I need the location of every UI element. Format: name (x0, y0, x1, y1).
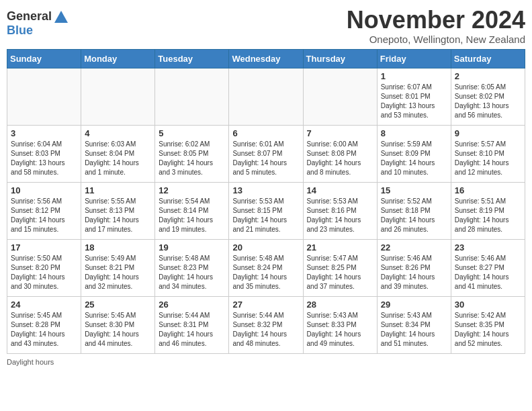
day-info: Sunrise: 6:02 AM Sunset: 8:05 PM Dayligh… (159, 140, 225, 177)
calendar-cell: 30Sunrise: 5:42 AM Sunset: 8:35 PM Dayli… (451, 296, 525, 353)
day-info: Sunrise: 5:47 AM Sunset: 8:25 PM Dayligh… (307, 254, 373, 291)
day-number: 1 (381, 71, 447, 81)
day-info: Sunrise: 5:42 AM Sunset: 8:35 PM Dayligh… (455, 311, 521, 349)
calendar-cell (155, 68, 229, 125)
weekday-header-sunday: Sunday (7, 49, 81, 68)
calendar-cell: 26Sunrise: 5:44 AM Sunset: 8:31 PM Dayli… (155, 296, 229, 353)
calendar-cell: 8Sunrise: 5:59 AM Sunset: 8:09 PM Daylig… (377, 125, 451, 182)
day-number: 5 (159, 128, 225, 138)
day-info: Sunrise: 5:48 AM Sunset: 8:24 PM Dayligh… (232, 254, 299, 291)
calendar-cell (81, 68, 155, 125)
day-info: Sunrise: 5:53 AM Sunset: 8:15 PM Dayligh… (232, 197, 299, 234)
day-number: 15 (381, 185, 447, 195)
day-info: Sunrise: 5:45 AM Sunset: 8:30 PM Dayligh… (85, 311, 151, 349)
calendar-cell (303, 68, 377, 125)
weekday-header-saturday: Saturday (451, 49, 525, 68)
calendar-cell: 4Sunrise: 6:03 AM Sunset: 8:04 PM Daylig… (81, 125, 155, 182)
calendar-cell: 23Sunrise: 5:46 AM Sunset: 8:27 PM Dayli… (451, 239, 525, 296)
day-info: Sunrise: 6:00 AM Sunset: 8:08 PM Dayligh… (307, 140, 373, 177)
day-info: Sunrise: 6:05 AM Sunset: 8:02 PM Dayligh… (455, 83, 521, 120)
header: General Blue November 2024 Onepoto, Well… (7, 7, 525, 45)
calendar-cell: 15Sunrise: 5:52 AM Sunset: 8:18 PM Dayli… (377, 182, 451, 239)
calendar-cell: 1Sunrise: 6:07 AM Sunset: 8:01 PM Daylig… (377, 68, 451, 125)
weekday-header-tuesday: Tuesday (155, 49, 229, 68)
day-info: Sunrise: 5:44 AM Sunset: 8:31 PM Dayligh… (159, 311, 225, 349)
calendar-week-5: 24Sunrise: 5:45 AM Sunset: 8:28 PM Dayli… (7, 296, 525, 353)
day-info: Sunrise: 5:59 AM Sunset: 8:09 PM Dayligh… (381, 140, 447, 177)
day-info: Sunrise: 5:54 AM Sunset: 8:14 PM Dayligh… (159, 197, 225, 234)
day-info: Sunrise: 5:48 AM Sunset: 8:23 PM Dayligh… (159, 254, 225, 291)
calendar-cell: 19Sunrise: 5:48 AM Sunset: 8:23 PM Dayli… (155, 239, 229, 296)
calendar-cell: 7Sunrise: 6:00 AM Sunset: 8:08 PM Daylig… (303, 125, 377, 182)
day-info: Sunrise: 5:46 AM Sunset: 8:26 PM Dayligh… (381, 254, 447, 291)
day-number: 7 (307, 128, 373, 138)
title-area: November 2024 Onepoto, Wellington, New Z… (347, 7, 525, 45)
day-info: Sunrise: 6:01 AM Sunset: 8:07 PM Dayligh… (232, 140, 299, 177)
daylight-hours-label: Daylight hours (7, 358, 54, 366)
calendar-week-2: 3Sunrise: 6:04 AM Sunset: 8:03 PM Daylig… (7, 125, 525, 182)
logo: General (7, 9, 68, 24)
calendar-cell: 6Sunrise: 6:01 AM Sunset: 8:07 PM Daylig… (229, 125, 303, 182)
calendar-cell: 12Sunrise: 5:54 AM Sunset: 8:14 PM Dayli… (155, 182, 229, 239)
day-number: 27 (232, 300, 299, 310)
location-subtitle: Onepoto, Wellington, New Zealand (347, 34, 525, 45)
day-number: 12 (159, 185, 225, 195)
day-number: 22 (381, 242, 447, 253)
calendar-cell (7, 68, 81, 125)
weekday-header-monday: Monday (81, 49, 155, 68)
day-number: 10 (11, 185, 77, 195)
day-info: Sunrise: 5:51 AM Sunset: 8:19 PM Dayligh… (455, 197, 521, 234)
weekday-header-row: SundayMondayTuesdayWednesdayThursdayFrid… (7, 49, 525, 68)
calendar-cell: 25Sunrise: 5:45 AM Sunset: 8:30 PM Dayli… (81, 296, 155, 353)
day-number: 3 (11, 128, 77, 138)
weekday-header-thursday: Thursday (303, 49, 377, 68)
day-number: 28 (307, 300, 373, 310)
calendar-cell: 9Sunrise: 5:57 AM Sunset: 8:10 PM Daylig… (451, 125, 525, 182)
logo-triangle-icon (54, 11, 68, 23)
calendar-cell: 2Sunrise: 6:05 AM Sunset: 8:02 PM Daylig… (451, 68, 525, 125)
day-number: 30 (455, 300, 521, 310)
day-number: 19 (159, 242, 225, 253)
calendar-week-1: 1Sunrise: 6:07 AM Sunset: 8:01 PM Daylig… (7, 68, 525, 125)
calendar-cell: 29Sunrise: 5:43 AM Sunset: 8:34 PM Dayli… (377, 296, 451, 353)
day-info: Sunrise: 5:56 AM Sunset: 8:12 PM Dayligh… (11, 197, 77, 234)
day-info: Sunrise: 5:52 AM Sunset: 8:18 PM Dayligh… (381, 197, 447, 234)
day-number: 26 (159, 300, 225, 310)
calendar-cell: 21Sunrise: 5:47 AM Sunset: 8:25 PM Dayli… (303, 239, 377, 296)
day-number: 4 (85, 128, 151, 138)
day-number: 18 (85, 242, 151, 253)
day-info: Sunrise: 5:44 AM Sunset: 8:32 PM Dayligh… (232, 311, 299, 349)
day-number: 14 (307, 185, 373, 195)
day-number: 17 (11, 242, 77, 253)
day-info: Sunrise: 5:53 AM Sunset: 8:16 PM Dayligh… (307, 197, 373, 234)
calendar-cell: 11Sunrise: 5:55 AM Sunset: 8:13 PM Dayli… (81, 182, 155, 239)
day-number: 9 (455, 128, 521, 138)
calendar-cell: 22Sunrise: 5:46 AM Sunset: 8:26 PM Dayli… (377, 239, 451, 296)
day-number: 29 (381, 300, 447, 310)
day-number: 20 (232, 242, 299, 253)
weekday-header-friday: Friday (377, 49, 451, 68)
calendar-cell: 18Sunrise: 5:49 AM Sunset: 8:21 PM Dayli… (81, 239, 155, 296)
day-number: 11 (85, 185, 151, 195)
day-number: 21 (307, 242, 373, 253)
day-info: Sunrise: 5:55 AM Sunset: 8:13 PM Dayligh… (85, 197, 151, 234)
day-info: Sunrise: 5:46 AM Sunset: 8:27 PM Dayligh… (455, 254, 521, 291)
day-info: Sunrise: 5:49 AM Sunset: 8:21 PM Dayligh… (85, 254, 151, 291)
calendar-cell (229, 68, 303, 125)
day-info: Sunrise: 6:07 AM Sunset: 8:01 PM Dayligh… (381, 83, 447, 120)
logo-blue-text: Blue (7, 24, 33, 38)
day-info: Sunrise: 5:45 AM Sunset: 8:28 PM Dayligh… (11, 311, 77, 349)
calendar-table: SundayMondayTuesdayWednesdayThursdayFrid… (7, 49, 525, 354)
logo-general-text: General (7, 9, 52, 24)
calendar-cell: 3Sunrise: 6:04 AM Sunset: 8:03 PM Daylig… (7, 125, 81, 182)
calendar-cell: 10Sunrise: 5:56 AM Sunset: 8:12 PM Dayli… (7, 182, 81, 239)
calendar-cell: 17Sunrise: 5:50 AM Sunset: 8:20 PM Dayli… (7, 239, 81, 296)
day-number: 25 (85, 300, 151, 310)
calendar-cell: 27Sunrise: 5:44 AM Sunset: 8:32 PM Dayli… (229, 296, 303, 353)
day-number: 24 (11, 300, 77, 310)
calendar-cell: 20Sunrise: 5:48 AM Sunset: 8:24 PM Dayli… (229, 239, 303, 296)
calendar-cell: 13Sunrise: 5:53 AM Sunset: 8:15 PM Dayli… (229, 182, 303, 239)
calendar-cell: 28Sunrise: 5:43 AM Sunset: 8:33 PM Dayli… (303, 296, 377, 353)
weekday-header-wednesday: Wednesday (229, 49, 303, 68)
logo-area: General Blue (7, 7, 68, 38)
